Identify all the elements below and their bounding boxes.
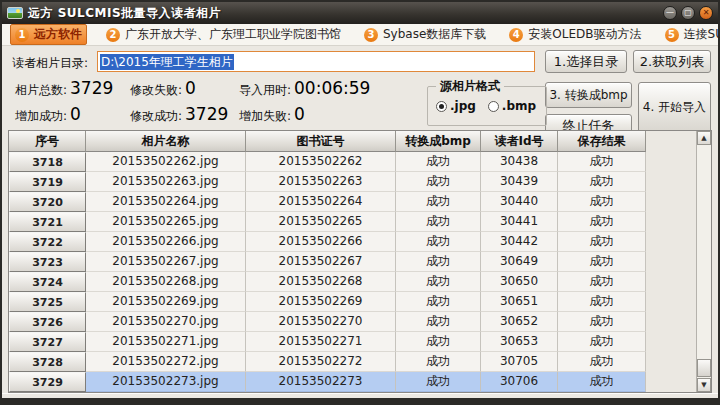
header-convert-bmp[interactable]: 转换成bmp <box>396 131 481 152</box>
table-cell: 成功 <box>558 312 646 332</box>
stat-add-failed: 增加失败:0 <box>239 104 305 125</box>
toolbar-item-connect-sulcmis[interactable]: 5 连接SULCMIS数据库 <box>661 25 720 44</box>
title-bar[interactable]: 远方 SULCMIS批量导入读者相片 — ▢ ✕ <box>2 2 718 24</box>
table-row[interactable]: 372620153502270.jpg20153502270成功30652成功 <box>9 312 646 332</box>
status-bar <box>2 393 718 398</box>
window-title: 远方 SULCMIS批量导入读者相片 <box>28 5 663 22</box>
start-import-button[interactable]: 4. 开始导入 <box>638 82 711 133</box>
table-cell: 20153502264.jpg <box>86 192 246 212</box>
table-cell: 20153502262.jpg <box>86 152 246 172</box>
table-cell: 成功 <box>396 312 481 332</box>
table-row[interactable]: 371820153502262.jpg20153502262成功30438成功 <box>9 152 646 172</box>
table-cell: 30653 <box>481 332 558 352</box>
scroll-up-icon[interactable]: ▲ <box>697 131 711 145</box>
close-icon[interactable]: ✕ <box>699 6 713 20</box>
step-3-badge-icon: 3 <box>364 28 378 42</box>
table-cell: 20153502272 <box>246 352 396 372</box>
app-window: 远方 SULCMIS批量导入读者相片 — ▢ ✕ 1 远方软件 2 广东开放大学… <box>0 0 720 405</box>
table-cell: 成功 <box>558 252 646 272</box>
minimize-icon[interactable]: — <box>663 6 677 20</box>
toolbar-item-yuanfang-software[interactable]: 1 远方软件 <box>10 24 87 45</box>
table-cell: 30438 <box>481 152 558 172</box>
header-reader-id[interactable]: 读者Id号 <box>481 131 558 152</box>
row-header-cell: 3719 <box>9 172 86 192</box>
table-cell: 30439 <box>481 172 558 192</box>
table-cell: 20153502263 <box>246 172 396 192</box>
table-cell: 成功 <box>558 152 646 172</box>
table-cell: 20153502265 <box>246 212 396 232</box>
table-cell: 20153502265.jpg <box>86 212 246 232</box>
table-cell: 20153502267 <box>246 252 396 272</box>
table-cell: 成功 <box>396 372 481 392</box>
jpg-radio[interactable]: .jpg <box>436 99 476 113</box>
table-cell: 20153502269 <box>246 292 396 312</box>
table-row[interactable]: 372420153502268.jpg20153502268成功30650成功 <box>9 272 646 292</box>
stat-value: 00:06:59 <box>294 78 370 98</box>
toolbar-item-library[interactable]: 2 广东开放大学、广东理工职业学院图书馆 <box>102 25 345 44</box>
bmp-radio[interactable]: .bmp <box>488 99 536 113</box>
step-2-badge-icon: 2 <box>106 28 120 42</box>
step-5-badge-icon: 5 <box>665 28 679 42</box>
table-cell: 成功 <box>396 152 481 172</box>
photo-table-grid: 序号 相片名称 图书证号 转换成bmp 读者Id号 保存结果 371820153… <box>9 131 646 392</box>
stat-value: 3729 <box>185 104 228 124</box>
row-header-cell: 3721 <box>9 212 86 232</box>
row-header-cell: 3724 <box>9 272 86 292</box>
table-cell: 成功 <box>558 212 646 232</box>
get-list-button[interactable]: 2.获取列表 <box>633 50 711 73</box>
table-cell: 20153502271.jpg <box>86 332 246 352</box>
row-header-cell: 3729 <box>9 372 86 392</box>
table-header-row: 序号 相片名称 图书证号 转换成bmp 读者Id号 保存结果 <box>9 131 646 152</box>
table-row[interactable]: 372520153502269.jpg20153502269成功30651成功 <box>9 292 646 312</box>
radio-selected-icon <box>436 101 447 112</box>
table-row[interactable]: 372020153502264.jpg20153502264成功30440成功 <box>9 192 646 212</box>
table-cell: 30442 <box>481 232 558 252</box>
table-row[interactable]: 372120153502265.jpg20153502265成功30441成功 <box>9 212 646 232</box>
table-row[interactable]: 372320153502267.jpg20153502267成功30649成功 <box>9 252 646 272</box>
toolbar-item-oledb-driver[interactable]: 4 安装OLEDB驱动方法 <box>505 25 645 44</box>
toolbar-item-label: Sybase数据库下载 <box>383 26 486 43</box>
scroll-down-icon[interactable]: ▼ <box>697 378 711 392</box>
table-row[interactable]: 372720153502271.jpg20153502271成功30653成功 <box>9 332 646 352</box>
maximize-icon[interactable]: ▢ <box>681 6 695 20</box>
row-header-cell: 3720 <box>9 192 86 212</box>
table-row[interactable]: 372820153502272.jpg20153502272成功30705成功 <box>9 352 646 372</box>
table-cell: 20153502269.jpg <box>86 292 246 312</box>
header-card-number[interactable]: 图书证号 <box>246 131 396 152</box>
table-cell: 20153502267.jpg <box>86 252 246 272</box>
table-cell: 20153502270.jpg <box>86 312 246 332</box>
header-save-result[interactable]: 保存结果 <box>558 131 646 152</box>
photo-dir-input[interactable]: D:\2015年理工学生相片 <box>97 51 535 72</box>
table-cell: 30440 <box>481 192 558 212</box>
stat-label: 导入用时: <box>239 83 291 97</box>
toolbar-item-sybase-download[interactable]: 3 Sybase数据库下载 <box>360 25 490 44</box>
table-cell: 成功 <box>558 332 646 352</box>
table-cell: 成功 <box>558 372 646 392</box>
photo-table: 序号 相片名称 图书证号 转换成bmp 读者Id号 保存结果 371820153… <box>8 130 712 393</box>
header-seq[interactable]: 序号 <box>9 131 86 152</box>
table-cell: 成功 <box>558 192 646 212</box>
select-directory-button[interactable]: 1.选择目录 <box>545 50 627 73</box>
stat-total-photos: 相片总数:3729 <box>15 78 113 99</box>
vertical-scrollbar[interactable]: ▲ ▼ <box>696 131 711 392</box>
table-cell: 20153502271 <box>246 332 396 352</box>
row-header-cell: 3722 <box>9 232 86 252</box>
header-photo-name[interactable]: 相片名称 <box>86 131 246 152</box>
table-row[interactable]: 371920153502263.jpg20153502263成功30439成功 <box>9 172 646 192</box>
stat-value: 0 <box>70 104 81 124</box>
scrollbar-thumb[interactable] <box>697 359 711 377</box>
stat-modify-success: 修改成功:3729 <box>130 104 228 125</box>
convert-bmp-button[interactable]: 3. 转换成bmp <box>545 82 632 108</box>
table-cell: 30649 <box>481 252 558 272</box>
source-format-groupbox: 源相片格式 .jpg .bmp <box>427 86 547 126</box>
table-cell: 成功 <box>558 232 646 252</box>
table-cell: 30652 <box>481 312 558 332</box>
app-icon <box>7 7 23 19</box>
source-format-title: 源相片格式 <box>436 78 504 95</box>
table-cell: 20153502264 <box>246 192 396 212</box>
table-filler <box>646 131 696 392</box>
stat-label: 修改成功: <box>130 109 182 123</box>
stat-label: 增加成功: <box>15 109 67 123</box>
table-row[interactable]: 372220153502266.jpg20153502266成功30442成功 <box>9 232 646 252</box>
table-row[interactable]: 372920153502273.jpg20153502273成功30706成功 <box>9 372 646 392</box>
